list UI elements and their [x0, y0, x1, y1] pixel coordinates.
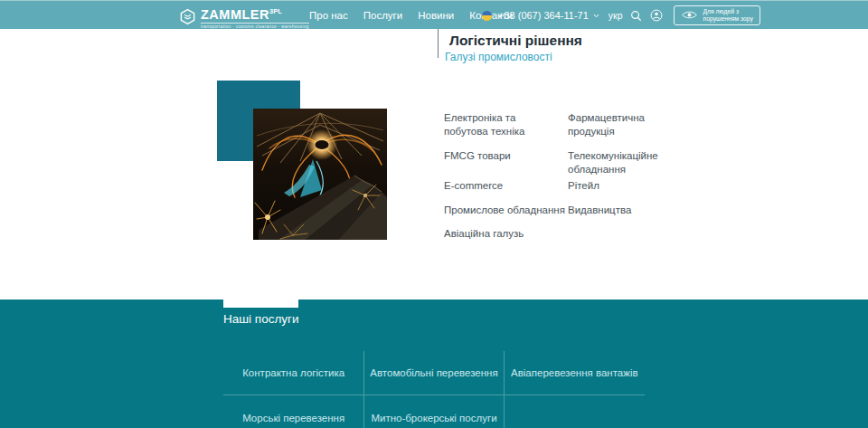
- warehouse-lightpainting-photo: [253, 109, 387, 240]
- decorative-white-notch: [223, 300, 298, 308]
- industry-item-industrial-equipment[interactable]: Промислове обладнання: [444, 204, 568, 217]
- services-section-title: Наші послуги: [223, 312, 299, 326]
- service-cell: Митно-брокерські послуги: [363, 395, 504, 428]
- service-cell: Авіаперевезення вантажів: [505, 351, 645, 395]
- service-cell: Морські перевезення: [223, 395, 363, 428]
- top-navigation-bar: ZAMMLER3PL transportation · customs clea…: [0, 0, 868, 29]
- language-selector[interactable]: укр: [609, 10, 623, 21]
- phone-number-link[interactable]: +38 (067) 364-11-71: [498, 10, 589, 21]
- service-cell-empty: [505, 395, 645, 428]
- industry-item-pharma[interactable]: Фармацевтична продукція: [568, 111, 678, 138]
- service-cell: Контрактна логістика: [223, 351, 363, 395]
- industry-item-electronics[interactable]: Електроніка та побутова техніка: [444, 111, 554, 138]
- industry-item-retail[interactable]: Рітейл: [568, 179, 692, 193]
- service-link-air-freight[interactable]: Авіаперевезення вантажів: [511, 367, 638, 378]
- industry-item-aviation[interactable]: Авіаційна галузь: [444, 227, 568, 241]
- accessibility-mode-button[interactable]: Для людей з порушенням зору: [674, 5, 760, 25]
- service-link-road-transport[interactable]: Автомобільні перевезення: [370, 367, 497, 378]
- industry-item-fmcg[interactable]: FMCG товари: [444, 149, 568, 163]
- logo[interactable]: ZAMMLER3PL transportation · customs clea…: [179, 5, 309, 30]
- nav-item-services[interactable]: Послуги: [363, 10, 403, 21]
- industries-link[interactable]: Галузі промисловості: [445, 51, 552, 63]
- nav-item-news[interactable]: Новини: [418, 10, 454, 21]
- accessibility-button-line2: порушенням зору: [703, 15, 752, 23]
- logo-3pl-suffix: 3PL: [269, 7, 282, 15]
- logo-wordmark: ZAMMLER3PL: [201, 5, 309, 22]
- industries-list: Електроніка та побутова техніка FMCG тов…: [444, 111, 692, 241]
- service-link-sea-transport[interactable]: Морські перевезення: [242, 413, 344, 423]
- zammler-page: ZAMMLER3PL transportation · customs clea…: [0, 0, 868, 428]
- logo-tagline: transportation · customs clearance · war…: [201, 23, 309, 30]
- services-links-grid: Контрактна логістика Автомобільні переве…: [223, 351, 645, 428]
- flag-ukraine-icon: [482, 11, 492, 21]
- service-link-customs-broker[interactable]: Митно-брокерські послуги: [371, 413, 496, 423]
- header-right-cluster: +38 (067) 364-11-71 укр: [482, 1, 760, 30]
- search-icon[interactable]: [628, 8, 643, 23]
- service-link-contract-logistics[interactable]: Контрактна логістика: [242, 367, 344, 378]
- logo-icon: [179, 8, 196, 25]
- service-cell: Автомобільні перевезення: [363, 351, 504, 395]
- nav-item-about[interactable]: Про нас: [309, 10, 348, 21]
- accessibility-button-line1: Для людей з: [703, 8, 739, 15]
- eye-icon: [681, 9, 698, 23]
- industry-item-telecom[interactable]: Телекомунікаційне обладнання: [568, 149, 678, 176]
- user-icon[interactable]: [649, 8, 664, 23]
- our-services-section: Наші послуги Контрактна логістика Автомо…: [0, 300, 868, 428]
- industry-item-publishing[interactable]: Видавництва: [568, 204, 692, 217]
- title-divider-line: [438, 29, 439, 58]
- chevron-down-icon[interactable]: [593, 14, 599, 18]
- page-title: Логістичні рішення: [449, 33, 582, 49]
- industry-item-ecommerce[interactable]: E-commerce: [444, 179, 568, 193]
